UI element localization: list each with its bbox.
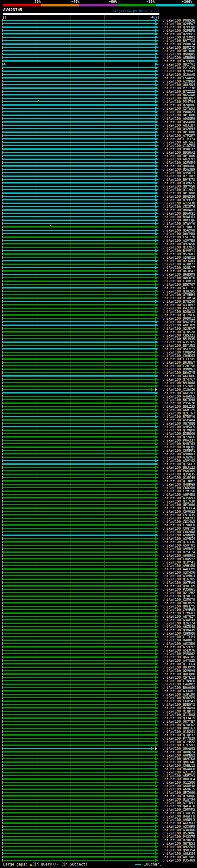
alignment-bar[interactable] [3, 467, 155, 468]
alignment-bar[interactable] [3, 721, 155, 722]
alignment-bar[interactable] [3, 220, 155, 221]
alignment-bar[interactable] [3, 277, 155, 278]
alignment-bar[interactable] [3, 311, 155, 312]
alignment-bar[interactable] [3, 849, 155, 851]
alignment-bar[interactable] [3, 619, 155, 620]
alignment-bar[interactable] [3, 552, 155, 553]
alignment-bar[interactable] [3, 88, 155, 89]
alignment-bar[interactable] [3, 206, 155, 207]
alignment-bar[interactable] [3, 755, 155, 756]
alignment-bar[interactable] [3, 375, 155, 377]
alignment-bar[interactable] [3, 484, 155, 485]
alignment-bar[interactable] [3, 494, 155, 495]
alignment-bar[interactable] [3, 115, 155, 116]
alignment-bar[interactable] [3, 592, 155, 593]
alignment-bar[interactable] [3, 450, 155, 451]
alignment-bar[interactable] [3, 711, 155, 712]
alignment-bar[interactable] [3, 64, 5, 65]
alignment-bar[interactable] [3, 795, 155, 797]
alignment-bar[interactable] [3, 230, 155, 231]
alignment-bar[interactable] [3, 152, 155, 153]
alignment-bar[interactable] [3, 599, 155, 600]
alignment-bar[interactable] [3, 646, 155, 648]
alignment-bar[interactable] [3, 775, 155, 776]
alignment-bar[interactable] [3, 359, 155, 360]
alignment-bar[interactable] [3, 609, 155, 610]
alignment-bar[interactable] [3, 389, 151, 390]
alignment-bar[interactable] [3, 70, 155, 72]
alignment-bar[interactable] [3, 145, 155, 146]
alignment-bar[interactable] [3, 819, 155, 820]
alignment-bar[interactable] [3, 629, 155, 630]
alignment-bar[interactable] [3, 778, 155, 780]
alignment-bar[interactable] [3, 440, 155, 441]
alignment-bar[interactable] [3, 714, 155, 715]
alignment-bar[interactable] [3, 33, 155, 34]
alignment-bar[interactable] [3, 23, 155, 24]
alignment-bar[interactable] [3, 382, 155, 383]
alignment-bar[interactable] [3, 446, 155, 448]
alignment-bar[interactable] [3, 843, 155, 844]
alignment-bar[interactable] [3, 589, 155, 590]
alignment-bar[interactable] [3, 473, 155, 475]
alignment-bar[interactable] [3, 298, 155, 299]
alignment-bar[interactable] [3, 839, 155, 841]
alignment-bar[interactable] [3, 308, 155, 309]
alignment-bar[interactable] [3, 636, 155, 638]
alignment-bar[interactable] [3, 666, 155, 668]
alignment-bar[interactable] [3, 572, 155, 573]
alignment-bar[interactable] [3, 697, 155, 698]
alignment-bar[interactable] [3, 430, 155, 431]
alignment-bar[interactable] [3, 162, 155, 163]
alignment-bar[interactable] [3, 182, 155, 184]
alignment-bar[interactable] [3, 497, 155, 498]
alignment-bar[interactable] [3, 101, 155, 102]
alignment-bar[interactable] [3, 179, 155, 180]
alignment-bar[interactable] [3, 369, 155, 370]
alignment-bar[interactable] [3, 135, 155, 136]
alignment-bar[interactable] [3, 314, 155, 316]
alignment-bar[interactable] [3, 257, 155, 258]
alignment-bar[interactable] [3, 169, 155, 170]
alignment-bar[interactable] [3, 399, 155, 400]
alignment-bar[interactable] [3, 463, 155, 465]
alignment-bar[interactable] [3, 142, 155, 143]
alignment-bar[interactable] [3, 121, 155, 123]
alignment-bar[interactable] [3, 762, 155, 763]
alignment-bar[interactable] [3, 260, 155, 261]
alignment-bar[interactable] [3, 443, 155, 444]
alignment-bar[interactable] [3, 426, 155, 427]
alignment-bar[interactable] [3, 717, 155, 719]
alignment-bar[interactable] [3, 20, 155, 21]
alignment-bar[interactable] [3, 91, 155, 92]
alignment-bar[interactable] [3, 47, 155, 48]
alignment-bar[interactable] [3, 751, 155, 752]
alignment-bar[interactable] [3, 328, 155, 329]
alignment-bar[interactable] [3, 213, 155, 214]
alignment-bar[interactable] [3, 643, 155, 644]
alignment-bar[interactable] [3, 541, 155, 542]
alignment-bar[interactable] [3, 673, 155, 675]
alignment-bar[interactable] [3, 233, 155, 234]
alignment-bar[interactable] [3, 301, 155, 302]
alignment-bar[interactable] [3, 507, 155, 509]
alignment-bar[interactable] [3, 345, 155, 346]
alignment-bar[interactable] [3, 253, 155, 255]
alignment-bar[interactable] [3, 518, 155, 519]
alignment-bar[interactable] [3, 856, 155, 858]
alignment-bar[interactable] [3, 186, 155, 187]
alignment-bar[interactable] [3, 656, 155, 658]
alignment-bar[interactable] [3, 396, 155, 397]
alignment-bar[interactable] [3, 701, 155, 702]
alignment-bar[interactable] [3, 562, 155, 563]
alignment-bar[interactable] [3, 226, 155, 227]
alignment-bar[interactable] [3, 392, 155, 394]
alignment-bar[interactable] [3, 457, 155, 458]
alignment-bar[interactable] [3, 565, 155, 566]
alignment-bar[interactable] [3, 487, 155, 488]
alignment-bar[interactable] [3, 684, 155, 685]
alignment-bar[interactable] [3, 324, 155, 326]
alignment-bar[interactable] [3, 731, 155, 732]
alignment-bar[interactable] [3, 470, 155, 471]
alignment-bar[interactable] [3, 579, 155, 580]
